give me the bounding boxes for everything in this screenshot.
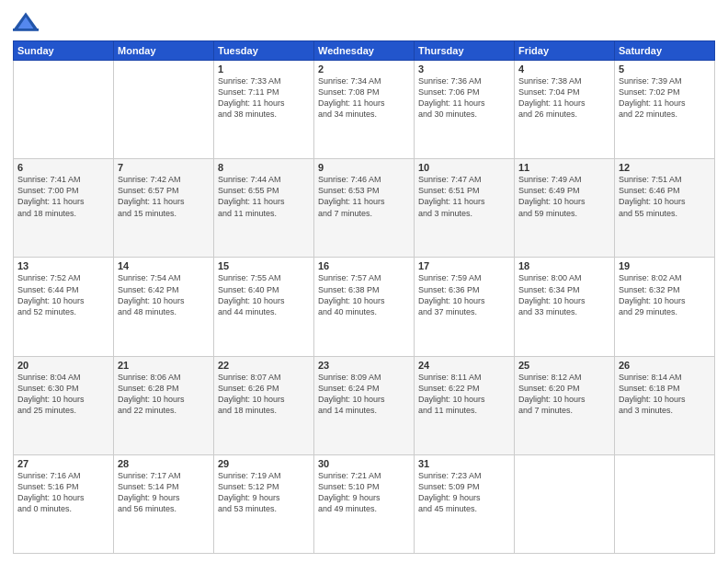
- day-number: 22: [218, 360, 310, 371]
- day-cell: 20Sunrise: 8:04 AM Sunset: 6:30 PM Dayli…: [14, 356, 114, 454]
- day-number: 9: [318, 162, 410, 173]
- day-number: 19: [619, 260, 711, 271]
- day-info: Sunrise: 7:59 AM Sunset: 6:36 PM Dayligh…: [418, 272, 510, 317]
- day-info: Sunrise: 8:14 AM Sunset: 6:18 PM Dayligh…: [619, 372, 711, 417]
- day-info: Sunrise: 7:49 AM Sunset: 6:49 PM Dayligh…: [518, 174, 610, 219]
- day-number: 26: [619, 360, 711, 371]
- day-info: Sunrise: 7:41 AM Sunset: 7:00 PM Dayligh…: [17, 174, 109, 219]
- header: [13, 9, 715, 35]
- day-cell: 11Sunrise: 7:49 AM Sunset: 6:49 PM Dayli…: [515, 159, 615, 258]
- day-info: Sunrise: 7:39 AM Sunset: 7:02 PM Dayligh…: [619, 75, 711, 121]
- weekday-wednesday: Wednesday: [314, 41, 415, 61]
- day-cell: 4Sunrise: 7:38 AM Sunset: 7:04 PM Daylig…: [515, 61, 615, 159]
- day-cell: 17Sunrise: 7:59 AM Sunset: 6:36 PM Dayli…: [415, 258, 515, 356]
- day-cell: 18Sunrise: 8:00 AM Sunset: 6:34 PM Dayli…: [515, 258, 615, 356]
- day-cell: 26Sunrise: 8:14 AM Sunset: 6:18 PM Dayli…: [615, 356, 715, 454]
- day-number: 21: [118, 360, 210, 371]
- day-cell: 9Sunrise: 7:46 AM Sunset: 6:53 PM Daylig…: [314, 159, 415, 258]
- day-info: Sunrise: 7:17 AM Sunset: 5:14 PM Dayligh…: [118, 470, 210, 515]
- day-info: Sunrise: 7:42 AM Sunset: 6:57 PM Dayligh…: [118, 174, 210, 219]
- day-info: Sunrise: 8:07 AM Sunset: 6:26 PM Dayligh…: [218, 372, 310, 417]
- day-cell: 2Sunrise: 7:34 AM Sunset: 7:08 PM Daylig…: [314, 61, 415, 159]
- day-cell: 5Sunrise: 7:39 AM Sunset: 7:02 PM Daylig…: [615, 61, 715, 159]
- day-info: Sunrise: 7:36 AM Sunset: 7:06 PM Dayligh…: [418, 75, 510, 121]
- day-info: Sunrise: 8:11 AM Sunset: 6:22 PM Dayligh…: [418, 372, 510, 417]
- week-row-4: 27Sunrise: 7:16 AM Sunset: 5:16 PM Dayli…: [14, 454, 715, 553]
- day-number: 8: [218, 162, 310, 173]
- day-number: 14: [118, 260, 210, 271]
- day-number: 12: [619, 162, 711, 173]
- weekday-friday: Friday: [515, 41, 615, 61]
- week-row-3: 20Sunrise: 8:04 AM Sunset: 6:30 PM Dayli…: [14, 356, 715, 454]
- day-cell: 28Sunrise: 7:17 AM Sunset: 5:14 PM Dayli…: [114, 454, 214, 553]
- day-cell: 27Sunrise: 7:16 AM Sunset: 5:16 PM Dayli…: [14, 454, 114, 553]
- day-info: Sunrise: 8:06 AM Sunset: 6:28 PM Dayligh…: [118, 372, 210, 417]
- day-cell: 25Sunrise: 8:12 AM Sunset: 6:20 PM Dayli…: [515, 356, 615, 454]
- day-number: 6: [17, 162, 109, 173]
- day-cell: 7Sunrise: 7:42 AM Sunset: 6:57 PM Daylig…: [114, 159, 214, 258]
- day-number: 29: [218, 458, 310, 469]
- day-number: 17: [418, 260, 510, 271]
- day-number: 4: [518, 63, 610, 75]
- day-cell: [515, 454, 615, 553]
- day-cell: 1Sunrise: 7:33 AM Sunset: 7:11 PM Daylig…: [214, 61, 314, 159]
- day-number: 3: [418, 63, 510, 75]
- day-number: 23: [318, 360, 410, 371]
- day-number: 16: [318, 260, 410, 271]
- day-cell: 29Sunrise: 7:19 AM Sunset: 5:12 PM Dayli…: [214, 454, 314, 553]
- day-info: Sunrise: 7:34 AM Sunset: 7:08 PM Dayligh…: [318, 75, 410, 121]
- day-info: Sunrise: 7:44 AM Sunset: 6:55 PM Dayligh…: [218, 174, 310, 219]
- day-number: 2: [318, 63, 410, 75]
- day-cell: 24Sunrise: 8:11 AM Sunset: 6:22 PM Dayli…: [415, 356, 515, 454]
- day-cell: 14Sunrise: 7:54 AM Sunset: 6:42 PM Dayli…: [114, 258, 214, 356]
- day-cell: 8Sunrise: 7:44 AM Sunset: 6:55 PM Daylig…: [214, 159, 314, 258]
- day-cell: 10Sunrise: 7:47 AM Sunset: 6:51 PM Dayli…: [415, 159, 515, 258]
- week-row-2: 13Sunrise: 7:52 AM Sunset: 6:44 PM Dayli…: [14, 258, 715, 356]
- day-info: Sunrise: 8:04 AM Sunset: 6:30 PM Dayligh…: [17, 372, 109, 417]
- day-number: 7: [118, 162, 210, 173]
- day-info: Sunrise: 7:21 AM Sunset: 5:10 PM Dayligh…: [318, 470, 410, 515]
- calendar: SundayMondayTuesdayWednesdayThursdayFrid…: [13, 40, 715, 554]
- day-cell: 3Sunrise: 7:36 AM Sunset: 7:06 PM Daylig…: [415, 61, 515, 159]
- day-cell: 16Sunrise: 7:57 AM Sunset: 6:38 PM Dayli…: [314, 258, 415, 356]
- day-info: Sunrise: 7:38 AM Sunset: 7:04 PM Dayligh…: [518, 75, 610, 121]
- day-number: 10: [418, 162, 510, 173]
- day-info: Sunrise: 8:09 AM Sunset: 6:24 PM Dayligh…: [318, 372, 410, 417]
- day-number: 20: [17, 360, 109, 371]
- day-info: Sunrise: 8:02 AM Sunset: 6:32 PM Dayligh…: [619, 272, 711, 317]
- weekday-sunday: Sunday: [14, 41, 114, 61]
- day-cell: 22Sunrise: 8:07 AM Sunset: 6:26 PM Dayli…: [214, 356, 314, 454]
- weekday-header-row: SundayMondayTuesdayWednesdayThursdayFrid…: [14, 41, 715, 61]
- day-info: Sunrise: 7:16 AM Sunset: 5:16 PM Dayligh…: [17, 470, 109, 515]
- day-cell: 21Sunrise: 8:06 AM Sunset: 6:28 PM Dayli…: [114, 356, 214, 454]
- day-info: Sunrise: 7:57 AM Sunset: 6:38 PM Dayligh…: [318, 272, 410, 317]
- day-cell: 30Sunrise: 7:21 AM Sunset: 5:10 PM Dayli…: [314, 454, 415, 553]
- day-cell: 23Sunrise: 8:09 AM Sunset: 6:24 PM Dayli…: [314, 356, 415, 454]
- day-cell: [114, 61, 214, 159]
- svg-rect-2: [13, 29, 39, 31]
- day-cell: 13Sunrise: 7:52 AM Sunset: 6:44 PM Dayli…: [14, 258, 114, 356]
- day-number: 13: [17, 260, 109, 271]
- day-info: Sunrise: 7:52 AM Sunset: 6:44 PM Dayligh…: [17, 272, 109, 317]
- day-number: 15: [218, 260, 310, 271]
- day-info: Sunrise: 7:47 AM Sunset: 6:51 PM Dayligh…: [418, 174, 510, 219]
- day-info: Sunrise: 7:51 AM Sunset: 6:46 PM Dayligh…: [619, 174, 711, 219]
- day-cell: 6Sunrise: 7:41 AM Sunset: 7:00 PM Daylig…: [14, 159, 114, 258]
- weekday-thursday: Thursday: [415, 41, 515, 61]
- day-cell: [14, 61, 114, 159]
- logo-icon: [13, 9, 39, 35]
- week-row-0: 1Sunrise: 7:33 AM Sunset: 7:11 PM Daylig…: [14, 61, 715, 159]
- day-cell: 19Sunrise: 8:02 AM Sunset: 6:32 PM Dayli…: [615, 258, 715, 356]
- day-info: Sunrise: 7:55 AM Sunset: 6:40 PM Dayligh…: [218, 272, 310, 317]
- logo: [13, 9, 42, 35]
- day-number: 5: [619, 63, 711, 75]
- day-number: 27: [17, 458, 109, 469]
- page: SundayMondayTuesdayWednesdayThursdayFrid…: [0, 0, 728, 563]
- weekday-tuesday: Tuesday: [214, 41, 314, 61]
- day-number: 11: [518, 162, 610, 173]
- weekday-monday: Monday: [114, 41, 214, 61]
- day-info: Sunrise: 8:12 AM Sunset: 6:20 PM Dayligh…: [518, 372, 610, 417]
- weekday-saturday: Saturday: [615, 41, 715, 61]
- day-info: Sunrise: 7:19 AM Sunset: 5:12 PM Dayligh…: [218, 470, 310, 515]
- day-cell: 31Sunrise: 7:23 AM Sunset: 5:09 PM Dayli…: [415, 454, 515, 553]
